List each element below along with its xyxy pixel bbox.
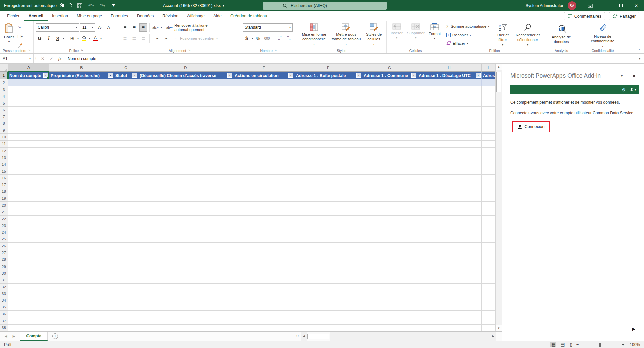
cell-e6[interactable]	[233, 107, 294, 113]
scroll-down-icon[interactable]: ▼	[496, 325, 502, 331]
cell-f10[interactable]	[294, 134, 362, 140]
tab-revision[interactable]: Révision	[158, 11, 183, 21]
cell-i14[interactable]	[482, 161, 495, 168]
tab-affichage[interactable]: Affichage	[183, 11, 209, 21]
cell-i32[interactable]	[482, 284, 495, 290]
cell-b26[interactable]	[49, 243, 114, 249]
decrease-decimal-button[interactable]: .00→0	[284, 34, 292, 42]
table-header-cell-h[interactable]: Adresse 1 : Décalage UTC▼	[417, 72, 482, 79]
cell-e38[interactable]	[233, 325, 294, 331]
cell-e33[interactable]	[233, 290, 294, 297]
cell-h12[interactable]	[417, 148, 482, 154]
cell-f25[interactable]	[294, 236, 362, 243]
cell-c4[interactable]	[114, 93, 138, 100]
cell-f12[interactable]	[294, 148, 362, 154]
cell-i18[interactable]	[482, 188, 495, 195]
cell-b5[interactable]	[49, 100, 114, 107]
cell-a22[interactable]	[8, 216, 49, 222]
table-header-cell-a[interactable]: Nom du compte▼	[8, 72, 49, 79]
format-cells-button[interactable]: Format ▾	[427, 23, 443, 41]
cell-c6[interactable]	[114, 107, 138, 113]
cell-c34[interactable]	[114, 297, 138, 304]
cell-f13[interactable]	[294, 154, 362, 161]
cell-b11[interactable]	[49, 141, 114, 148]
cell-i23[interactable]	[482, 222, 495, 229]
cell-f20[interactable]	[294, 202, 362, 209]
cell-a15[interactable]	[8, 168, 49, 175]
cell-d12[interactable]	[138, 148, 233, 154]
cell-h16[interactable]	[417, 175, 482, 181]
cell-c3[interactable]	[114, 86, 138, 93]
cell-c27[interactable]	[114, 249, 138, 256]
cell-b17[interactable]	[49, 181, 114, 188]
cell-i26[interactable]	[482, 243, 495, 249]
cell-f22[interactable]	[294, 216, 362, 222]
sheet-tab-compte[interactable]: Compte	[20, 332, 48, 341]
comma-format-button[interactable]: 000	[263, 34, 271, 42]
minimize-button[interactable]: ─	[598, 0, 613, 11]
table-header-cell-d[interactable]: (Déconseillé) Chemin d’accès traversé▼	[138, 72, 233, 79]
cell-a10[interactable]	[8, 134, 49, 140]
tab-fichier[interactable]: Fichier	[3, 11, 24, 21]
cell-d7[interactable]	[138, 113, 233, 120]
cell-c36[interactable]	[114, 311, 138, 317]
cell-e2[interactable]	[233, 79, 294, 86]
tab-creation-de-tableau[interactable]: Création de tableau	[226, 11, 271, 21]
cell-c29[interactable]	[114, 263, 138, 270]
column-header-b[interactable]: B	[49, 64, 114, 72]
align-left-button[interactable]: ≣	[121, 34, 129, 42]
row-header-23[interactable]: 23	[0, 222, 8, 229]
row-header-34[interactable]: 34	[0, 297, 8, 304]
tab-donnees[interactable]: Données	[132, 11, 158, 21]
task-pane-resize-arrow[interactable]: ▶	[632, 327, 635, 331]
row-header-9[interactable]: 9	[0, 127, 8, 134]
cell-h31[interactable]	[417, 277, 482, 284]
align-right-button[interactable]: ≣	[139, 34, 147, 42]
cell-d27[interactable]	[138, 249, 233, 256]
cell-b10[interactable]	[49, 134, 114, 140]
cell-i25[interactable]	[482, 236, 495, 243]
cell-e28[interactable]	[233, 256, 294, 263]
cell-a11[interactable]	[8, 141, 49, 148]
autosave-toggle[interactable]	[60, 3, 72, 8]
cell-d5[interactable]	[138, 100, 233, 107]
cell-f16[interactable]	[294, 175, 362, 181]
cell-a3[interactable]	[8, 86, 49, 93]
align-middle-button[interactable]: ≡	[130, 23, 138, 32]
table-header-cell-b[interactable]: Propriétaire (Recherche)▼	[49, 72, 114, 79]
cell-h22[interactable]	[417, 216, 482, 222]
add-sheet-button[interactable]: +	[52, 332, 58, 341]
cell-b29[interactable]	[49, 263, 114, 270]
cell-a32[interactable]	[8, 284, 49, 290]
cell-b30[interactable]	[49, 270, 114, 277]
column-header-i[interactable]: I	[482, 64, 495, 72]
cell-a14[interactable]	[8, 161, 49, 168]
cell-b14[interactable]	[49, 161, 114, 168]
row-header-12[interactable]: 12	[0, 148, 8, 154]
row-header-11[interactable]: 11	[0, 141, 8, 148]
cell-f17[interactable]	[294, 181, 362, 188]
increase-font-button[interactable]: A^	[96, 23, 104, 32]
cell-g12[interactable]	[362, 148, 417, 154]
row-header-25[interactable]: 25	[0, 236, 8, 243]
currency-menu-chevron[interactable]: ▾	[252, 37, 253, 40]
tab-formules[interactable]: Formules	[106, 11, 132, 21]
cell-g33[interactable]	[362, 290, 417, 297]
cell-a18[interactable]	[8, 188, 49, 195]
undo-button[interactable]: ↶▾	[87, 1, 95, 10]
row-header-8[interactable]: 8	[0, 120, 8, 127]
close-window-button[interactable]: ✕	[629, 0, 644, 11]
row-header-37[interactable]: 37	[0, 317, 8, 324]
cell-f37[interactable]	[294, 317, 362, 324]
fill-color-button[interactable]	[80, 34, 88, 42]
cell-c33[interactable]	[114, 290, 138, 297]
cell-b16[interactable]	[49, 175, 114, 181]
cell-g9[interactable]	[362, 127, 417, 134]
cell-b7[interactable]	[49, 113, 114, 120]
cell-f31[interactable]	[294, 277, 362, 284]
cell-d17[interactable]	[138, 181, 233, 188]
cell-g13[interactable]	[362, 154, 417, 161]
cell-a5[interactable]	[8, 100, 49, 107]
zoom-out-button[interactable]: −	[576, 342, 579, 347]
cell-e11[interactable]	[233, 141, 294, 148]
